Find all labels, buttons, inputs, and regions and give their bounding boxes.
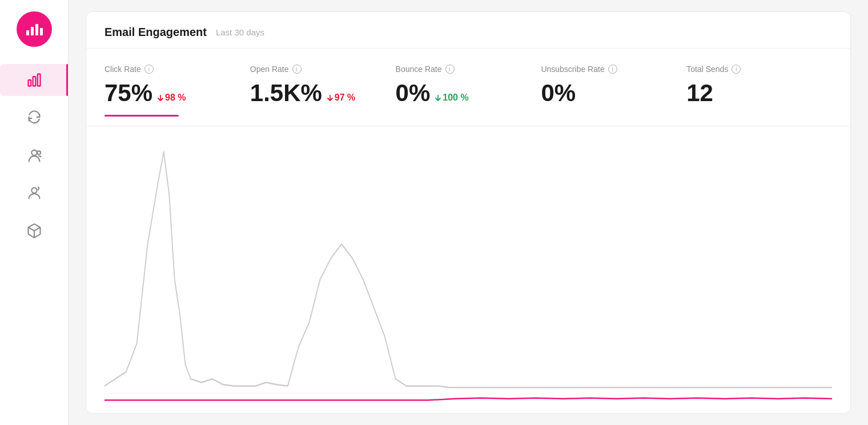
open-rate-info-icon[interactable]: i (292, 65, 302, 74)
card-header: Email Engagement Last 30 days (86, 12, 850, 49)
analytics-icon (26, 72, 42, 88)
metric-unsubscribe-rate-label: Unsubscribe Rate i (541, 65, 675, 74)
sidebar-item-analytics[interactable] (0, 64, 68, 96)
bounce-rate-change: 100 % (435, 93, 468, 103)
metric-open-rate-label: Open Rate i (250, 65, 384, 74)
sidebar-item-profile[interactable] (0, 177, 68, 209)
sidebar (0, 0, 69, 425)
svg-rect-4 (28, 80, 31, 86)
svg-rect-1 (31, 27, 34, 35)
box-icon (26, 223, 42, 239)
down-arrow-icon (327, 94, 333, 101)
bounce-rate-info-icon[interactable]: i (445, 65, 455, 74)
sidebar-item-contacts[interactable] (0, 139, 68, 171)
total-sends-info-icon[interactable]: i (732, 65, 741, 74)
sidebar-item-sync[interactable] (0, 102, 68, 134)
down-arrow-icon (157, 94, 164, 101)
svg-rect-6 (37, 74, 40, 86)
contacts-icon (26, 147, 42, 163)
click-rate-underline (105, 115, 179, 117)
total-sends-value: 12 (686, 79, 713, 107)
unsubscribe-rate-info-icon[interactable]: i (608, 65, 617, 74)
email-engagement-card: Email Engagement Last 30 days Click Rate… (86, 11, 851, 414)
card-title: Email Engagement (105, 26, 207, 39)
sync-icon (26, 110, 42, 126)
svg-rect-5 (33, 77, 35, 86)
logo-icon (26, 21, 43, 38)
metrics-row: Click Rate i 75% 98 % Open Rate i (86, 49, 850, 126)
engagement-chart (105, 138, 832, 407)
open-rate-value: 1.5K% (250, 79, 322, 107)
click-rate-change: 98 % (157, 93, 186, 103)
app-logo[interactable] (17, 11, 52, 47)
down-arrow-green-icon (435, 94, 441, 101)
svg-point-7 (31, 150, 37, 155)
svg-rect-2 (35, 24, 38, 35)
chart-area (86, 126, 850, 413)
metric-bounce-rate-label: Bounce Rate i (396, 65, 530, 74)
unsubscribe-rate-value: 0% (541, 79, 576, 107)
click-rate-info-icon[interactable]: i (144, 65, 154, 74)
card-subtitle: Last 30 days (216, 27, 264, 37)
metric-total-sends-label: Total Sends i (686, 65, 821, 74)
sidebar-item-box[interactable] (0, 215, 68, 247)
svg-rect-3 (40, 28, 43, 35)
bounce-rate-value: 0% (396, 79, 431, 107)
metric-unsubscribe-rate: Unsubscribe Rate i 0% (541, 65, 686, 117)
svg-point-9 (31, 188, 37, 193)
svg-rect-0 (26, 30, 29, 35)
profile-icon (26, 185, 42, 201)
bounce-rate-value-row: 0% 100 % (396, 79, 530, 107)
main-content: Email Engagement Last 30 days Click Rate… (69, 0, 868, 425)
open-rate-value-row: 1.5K% 97 % (250, 79, 384, 107)
metric-click-rate-label: Click Rate i (105, 65, 239, 74)
metric-total-sends: Total Sends i 12 (686, 65, 832, 117)
click-rate-value: 75% (105, 79, 152, 107)
open-rate-change: 97 % (327, 93, 355, 103)
total-sends-value-row: 12 (686, 79, 821, 107)
metric-open-rate: Open Rate i 1.5K% 97 % (250, 65, 396, 117)
metric-bounce-rate: Bounce Rate i 0% 100 % (396, 65, 541, 117)
svg-point-8 (37, 151, 41, 154)
unsubscribe-rate-value-row: 0% (541, 79, 675, 107)
click-rate-value-row: 75% 98 % (105, 79, 239, 107)
metric-click-rate: Click Rate i 75% 98 % (105, 65, 250, 117)
